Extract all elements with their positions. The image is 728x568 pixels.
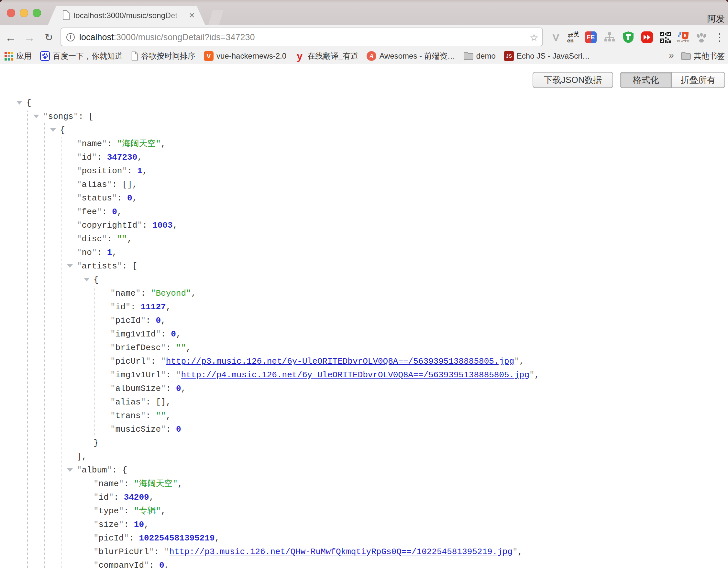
- json-token-b: ,: [112, 248, 117, 257]
- close-window-button[interactable]: [7, 9, 15, 17]
- json-token-b: :: [97, 152, 107, 162]
- json-token-b: :: [141, 289, 151, 298]
- json-token-k: name: [116, 289, 136, 298]
- minimize-window-button[interactable]: [20, 9, 28, 17]
- json-line: "musicSize": 0: [110, 423, 181, 436]
- json-token-q: ": [126, 302, 131, 312]
- collapse-triangle-icon[interactable]: [50, 128, 56, 132]
- json-token-q: ": [92, 248, 97, 257]
- json-token-k: id: [116, 302, 126, 312]
- json-token-q: ": [110, 397, 116, 407]
- json-token-s: "": [156, 411, 166, 421]
- paw-icon[interactable]: [695, 31, 708, 44]
- json-token-b: :: [124, 479, 134, 489]
- json-token-q: ": [119, 520, 124, 529]
- json-token-b: :: [102, 207, 112, 217]
- browser-tab[interactable]: localhost:3000/music/songDet ×: [48, 6, 205, 25]
- bookmark-awesomes[interactable]: A Awesomes - 前端资…: [367, 51, 455, 61]
- bookmark-google-sort[interactable]: 谷歌按时间排序: [131, 51, 195, 61]
- json-token-q: ": [146, 357, 151, 366]
- json-token-k: blurPicUrl: [99, 547, 149, 557]
- json-token-b: : [: [122, 261, 137, 271]
- bookmark-youdao[interactable]: y 在线翻译_有道: [295, 51, 358, 61]
- json-line: "picId": 0,: [110, 314, 166, 328]
- json-token-k: picUrl: [116, 357, 146, 366]
- json-token-b: :: [154, 547, 164, 557]
- bookmark-demo-folder[interactable]: demo: [464, 51, 496, 61]
- json-line: "name": "海阔天空",: [94, 477, 183, 491]
- json-token-k: briefDesc: [116, 343, 161, 353]
- json-token-n: 0: [112, 207, 117, 217]
- json-link[interactable]: http://p3.music.126.net/QHw-RuMwfQkmqtiy…: [169, 547, 513, 557]
- json-token-b: ,: [132, 193, 138, 203]
- collapse-triangle-icon[interactable]: [84, 278, 90, 281]
- json-token-n: 1: [137, 166, 142, 176]
- new-tab-button[interactable]: [208, 10, 224, 25]
- shield-t-icon[interactable]: [622, 31, 635, 44]
- json-token-q: ": [156, 329, 161, 339]
- browser-window: localhost:3000/music/songDet × 阿发 ← → ↻ …: [0, 0, 728, 568]
- json-link[interactable]: http://p3.music.126.net/6y-UleORITEDbvrO…: [166, 357, 514, 366]
- zoom-window-button[interactable]: [33, 9, 41, 17]
- json-token-q: ": [77, 180, 82, 189]
- page-info-icon[interactable]: i: [66, 33, 75, 41]
- json-token-q: ": [77, 248, 82, 257]
- json-token-n: 0: [159, 561, 164, 568]
- folder-icon: [681, 52, 691, 60]
- translator-icon[interactable]: ⇄英en: [567, 31, 580, 44]
- json-token-k: alias: [82, 180, 107, 189]
- bookmarks-overflow-icon[interactable]: »: [669, 50, 674, 61]
- json-token-q: ": [119, 506, 124, 516]
- fe-helper-icon[interactable]: FE: [584, 31, 597, 44]
- url-bar[interactable]: i localhost:3000/music/songDetail?ids=34…: [61, 28, 543, 46]
- bookmark-echojs[interactable]: JS Echo JS - JavaScri…: [504, 51, 590, 61]
- site-tree-icon[interactable]: [603, 31, 616, 44]
- tab-close-icon[interactable]: ×: [186, 10, 197, 21]
- qr-code-icon[interactable]: [659, 31, 672, 44]
- browser-menu-icon[interactable]: ⋮: [713, 31, 726, 44]
- bookmark-vue-hackernews[interactable]: V vue-hackernews-2.0: [204, 51, 286, 61]
- collapse-triangle-icon[interactable]: [17, 101, 22, 105]
- json-line: }: [94, 436, 99, 450]
- json-token-s: "": [117, 234, 127, 244]
- window-titlebar: localhost:3000/music/songDet × 阿发: [0, 0, 728, 25]
- reload-icon[interactable]: ↻: [42, 30, 56, 45]
- vue-devtools-icon[interactable]: V: [549, 31, 562, 44]
- forward-icon[interactable]: →: [22, 30, 37, 45]
- json-token-q: ": [107, 180, 112, 189]
- json-token-q: ": [161, 343, 166, 353]
- json-token-q: ": [110, 384, 116, 394]
- json-token-b: ,: [178, 479, 183, 489]
- json-token-q: ": [141, 411, 146, 421]
- fast-forward-icon[interactable]: [641, 31, 654, 44]
- json-token-q: ": [110, 316, 116, 326]
- bookmark-other-folder[interactable]: 其他书签: [681, 51, 725, 61]
- bookmark-baidu[interactable]: 百度一下，你就知道: [40, 51, 123, 61]
- json-token-k: fee: [82, 207, 97, 217]
- json-token-q: ": [136, 289, 141, 298]
- youdao-icon: y: [295, 51, 304, 61]
- json-token-s: "海阔天空": [117, 139, 161, 149]
- json-token-s: "Beyond": [151, 289, 191, 298]
- json-token-k: img1v1Id: [116, 329, 156, 339]
- json-token-k: picId: [116, 316, 141, 326]
- html5-player-icon[interactable]: 5 PLAYER: [677, 31, 690, 44]
- json-token-k: name: [82, 139, 102, 149]
- json-token-b: :: [107, 234, 117, 244]
- json-token-q: ": [149, 547, 154, 557]
- back-icon[interactable]: ←: [4, 30, 18, 45]
- json-token-b: : [],: [112, 180, 137, 189]
- bookmark-apps[interactable]: 应用: [5, 51, 32, 61]
- window-profile-label: 阿发: [707, 13, 725, 25]
- collapse-triangle-icon[interactable]: [67, 468, 73, 472]
- json-token-b: :: [142, 220, 152, 230]
- collapse-triangle-icon[interactable]: [33, 115, 39, 118]
- json-token-q: ": [119, 479, 124, 489]
- folder-icon: [464, 52, 473, 60]
- json-link[interactable]: http://p4.music.126.net/6y-UleORITEDbvrO…: [181, 370, 529, 380]
- json-token-b: ,: [161, 139, 166, 149]
- collapse-triangle-icon[interactable]: [67, 264, 73, 268]
- json-token-q: ": [112, 193, 117, 203]
- bookmark-star-icon[interactable]: ☆: [530, 32, 538, 43]
- json-token-b: {: [94, 275, 99, 285]
